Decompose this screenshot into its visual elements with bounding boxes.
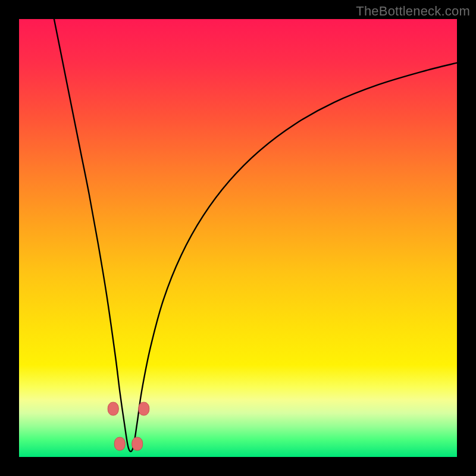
trough-marker-2: [114, 437, 125, 450]
trough-markers: [108, 402, 149, 450]
curve-svg: [19, 19, 457, 457]
bottleneck-curve: [54, 19, 457, 452]
trough-marker-0: [108, 402, 118, 415]
watermark-text: TheBottleneck.com: [356, 4, 470, 19]
plot-area: [19, 19, 457, 457]
trough-marker-1: [139, 402, 149, 415]
trough-marker-3: [132, 437, 143, 450]
chart-frame: TheBottleneck.com: [0, 0, 476, 476]
